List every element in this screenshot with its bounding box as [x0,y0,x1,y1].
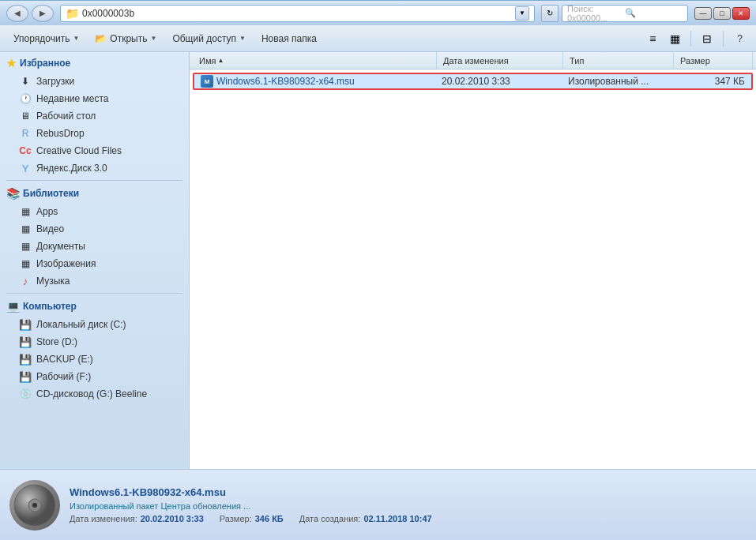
status-details: Дата изменения: 20.02.2010 3:33 Размер: … [70,514,747,523]
file-date-cell: 20.02.2010 3:33 [435,76,562,87]
col-header-date[interactable]: Дата изменения [437,52,563,69]
toolbar-separator [690,31,691,47]
libraries-section: 📚 Библиотеки ▦ Apps ▦ Видео ▦ Документы … [0,182,189,290]
drive-d-icon: 💾 [19,336,32,348]
maximize-button[interactable]: □ [713,7,731,20]
view-list-button[interactable]: ≡ [643,29,662,48]
search-placeholder: Поиск: 0x00000... [567,4,625,23]
col-header-name[interactable]: Имя ▲ [193,52,437,69]
status-size-label: Размер: [220,514,252,523]
cd-icon: 💿 [19,388,32,400]
sidebar-item-drive-d[interactable]: 💾 Store (D:) [0,333,189,351]
sidebar-item-docs[interactable]: ▦ Документы [0,238,189,255]
view-details-button[interactable]: ▦ [665,29,684,48]
toolbar: Упорядочить ▼ 📂 Открыть ▼ Общий доступ ▼… [0,25,756,52]
folder-icon: 📁 [66,7,79,20]
drive-c-icon: 💾 [19,318,32,331]
sidebar-item-cd[interactable]: 💿 CD-дисковод (G:) Beeline [0,385,189,403]
open-label: Открыть [110,33,147,44]
sidebar-item-yd[interactable]: Y Яндекс.Диск 3.0 [0,159,189,177]
sidebar-label-drive-e: BACKUP (E:) [36,354,93,365]
organize-label: Упорядочить [13,33,70,44]
preview-pane-button[interactable]: ⊟ [698,29,717,48]
status-filename: Windows6.1-KB980932-x64.msu [70,486,747,498]
drive-f-icon: 💾 [19,370,32,383]
organize-button[interactable]: Упорядочить ▼ [6,28,86,49]
help-button[interactable]: ? [730,28,750,49]
column-headers: Имя ▲ Дата изменения Тип Размер [190,52,756,69]
desktop-icon: 🖥 [19,110,32,122]
sidebar-item-rebusdrop[interactable]: R RebusDrop [0,125,189,142]
library-icon: 📚 [6,187,20,200]
file-name-cell: M Windows6.1-KB980932-x64.msu [194,75,435,88]
refresh-button[interactable]: ↻ [541,5,559,22]
music-icon: ♪ [19,275,32,287]
address-bar[interactable]: 📁 0x0000003b ▼ [60,5,535,22]
share-button[interactable]: Общий доступ ▼ [165,28,253,49]
sidebar-label-music: Музыка [36,276,70,287]
organize-arrow-icon: ▼ [73,35,79,42]
sidebar-divider-2 [6,293,182,294]
download-icon: ⬇ [19,75,32,88]
sidebar-item-apps[interactable]: ▦ Apps [0,203,189,220]
col-header-size[interactable]: Размер [674,52,753,69]
sidebar-item-drive-c[interactable]: 💾 Локальный диск (C:) [0,316,189,333]
sidebar-item-drive-f[interactable]: 💾 Рабочий (F:) [0,368,189,385]
close-button[interactable]: ✕ [732,7,750,20]
share-arrow-icon: ▼ [239,35,246,42]
sidebar-item-recent[interactable]: 🕐 Недавние места [0,90,189,107]
title-bar-left: ◀ ▶ 📁 0x0000003b ▼ ↻ Поиск: 0x00000... 🔍 [6,5,688,22]
sidebar-item-desktop[interactable]: 🖥 Рабочий стол [0,107,189,125]
file-size-cell: 347 КБ [672,76,751,87]
minimize-button[interactable]: — [694,7,712,20]
sidebar-label-rebusdrop: RebusDrop [36,128,85,139]
status-bar: Windows6.1-KB980932-x64.msu Изолированны… [0,469,756,540]
drive-e-icon: 💾 [19,353,32,366]
status-date-modified: Дата изменения: 20.02.2010 3:33 [70,514,204,523]
sidebar-item-cc-files[interactable]: Cc Creative Cloud Files [0,142,189,159]
sidebar-item-drive-e[interactable]: 💾 BACKUP (E:) [0,351,189,368]
table-row[interactable]: M Windows6.1-KB980932-x64.msu 20.02.2010… [193,73,753,90]
col-header-type[interactable]: Тип [563,52,674,69]
sidebar-label-apps: Apps [36,206,58,217]
open-button[interactable]: 📂 Открыть ▼ [88,28,164,49]
file-type-cell: Изолированный ... [562,76,672,87]
star-icon: ★ [6,57,17,69]
forward-button[interactable]: ▶ [32,5,54,22]
new-folder-label: Новая папка [261,33,317,44]
msu-file-icon: M [201,75,213,88]
sidebar-item-video[interactable]: ▦ Видео [0,220,189,238]
sidebar-label-yd: Яндекс.Диск 3.0 [36,163,107,174]
sidebar-item-downloads[interactable]: ⬇ Загрузки [0,73,189,90]
title-bar: ◀ ▶ 📁 0x0000003b ▼ ↻ Поиск: 0x00000... 🔍… [0,0,756,25]
window-controls: — □ ✕ [694,7,750,20]
docs-icon: ▦ [19,240,32,253]
sidebar-item-music[interactable]: ♪ Музыка [0,272,189,290]
address-dropdown-button[interactable]: ▼ [515,6,529,21]
new-folder-button[interactable]: Новая папка [254,28,324,49]
status-size: Размер: 346 КБ [220,514,284,523]
sidebar-item-images[interactable]: ▦ Изображения [0,255,189,272]
cc-icon: Cc [19,144,32,157]
computer-section: 💻 Компьютер 💾 Локальный диск (C:) 💾 Stor… [0,295,189,403]
sidebar-label-drive-c: Локальный диск (C:) [36,319,126,330]
sidebar-divider-1 [6,180,182,181]
computer-icon: 💻 [6,300,20,313]
file-list: M Windows6.1-KB980932-x64.msu 20.02.2010… [190,69,756,469]
sidebar: ★ Избранное ⬇ Загрузки 🕐 Недавние места … [0,52,190,469]
images-icon: ▦ [19,257,32,270]
search-bar[interactable]: Поиск: 0x00000... 🔍 [562,5,688,22]
status-date-created-value: 02.11.2018 10:47 [363,514,431,523]
help-label: ? [737,33,743,44]
favorites-section: ★ Избранное ⬇ Загрузки 🕐 Недавние места … [0,52,189,177]
status-info: Windows6.1-KB980932-x64.msu Изолированны… [70,486,747,523]
recent-icon: 🕐 [19,92,32,105]
apps-icon: ▦ [19,205,32,218]
back-button[interactable]: ◀ [6,5,28,22]
sidebar-label-downloads: Загрузки [36,76,74,87]
status-date-created: Дата создания: 02.11.2018 10:47 [299,514,432,523]
big-disk-icon [9,480,60,531]
status-type: Изолированный пакет Центра обновления ..… [70,501,747,511]
sidebar-label-recent: Недавние места [36,93,108,104]
main-area: ★ Избранное ⬇ Загрузки 🕐 Недавние места … [0,52,756,469]
